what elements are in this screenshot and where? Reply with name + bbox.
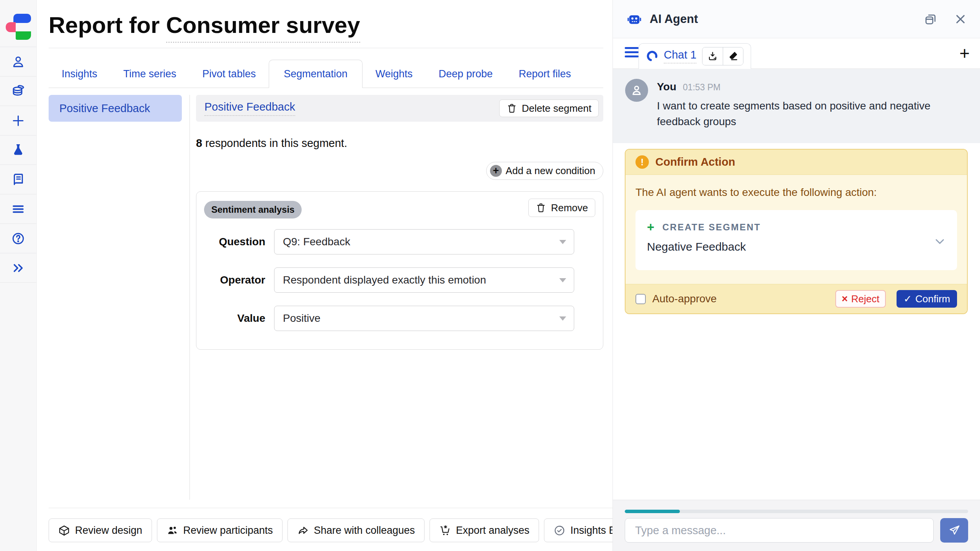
segment-detail-header: Positive Feedback Delete segment: [196, 95, 603, 122]
sidebar-item-menu[interactable]: [0, 194, 36, 224]
create-plus-icon: +: [647, 221, 654, 233]
proposed-action[interactable]: + CREATE SEGMENT Negative Feedback: [635, 210, 957, 270]
agent-progress-bar: [625, 510, 968, 513]
eraser-icon: [728, 51, 738, 61]
check-icon: ✓: [903, 294, 912, 304]
action-type: CREATE SEGMENT: [662, 222, 761, 233]
chat-message-area: You 01:53 PM I want to create segments b…: [613, 69, 980, 500]
tab-deep-probe[interactable]: Deep probe: [426, 60, 506, 88]
review-participants-label: Review participants: [183, 525, 273, 536]
chat-menu-button[interactable]: [625, 47, 639, 57]
download-chat-button[interactable]: [702, 47, 723, 65]
sidebar-item-help[interactable]: [0, 224, 36, 253]
confirm-action-footer: Auto-approve × Reject ✓ Confirm: [626, 284, 967, 313]
export-analyses-button[interactable]: Export analyses: [430, 518, 539, 542]
message-timestamp: 01:53 PM: [683, 82, 720, 93]
close-icon[interactable]: [954, 13, 967, 26]
confirm-action-title: Confirm Action: [655, 156, 735, 168]
respondent-count-line: 8 respondents in this segment.: [196, 137, 603, 150]
ai-panel-header: AI Agent: [613, 0, 980, 38]
share-with-colleagues-label: Share with colleagues: [314, 525, 415, 536]
book-icon: [11, 173, 25, 187]
sidebar-item-experiments[interactable]: [0, 135, 36, 165]
new-chat-button[interactable]: +: [959, 44, 970, 62]
remove-condition-label: Remove: [551, 202, 588, 214]
sidebar-item-new[interactable]: [0, 106, 36, 135]
sidebar-item-data[interactable]: [0, 77, 36, 106]
operator-select[interactable]: Respondent displayed exactly this emotio…: [274, 267, 574, 293]
tab-pivot-tables[interactable]: Pivot tables: [189, 60, 269, 88]
add-condition-label: Add a new condition: [506, 165, 595, 177]
chat-tab-label: Chat 1: [664, 49, 696, 64]
clear-chat-button[interactable]: [723, 47, 743, 65]
sidebar-collapse-toggle[interactable]: [0, 253, 36, 283]
person-icon: [630, 84, 643, 97]
confirm-action-card: ! Confirm Action The AI agent wants to e…: [625, 149, 968, 314]
robot-icon: [626, 11, 643, 27]
confirm-action-header: ! Confirm Action: [626, 150, 967, 175]
insights-explorer-icon: [554, 525, 565, 536]
menu-icon: [625, 47, 639, 49]
question-select[interactable]: Q9: Feedback: [274, 229, 574, 254]
tab-report-files[interactable]: Report files: [506, 60, 584, 88]
help-icon: [11, 231, 25, 246]
person-icon: [11, 55, 25, 69]
export-analyses-label: Export analyses: [456, 525, 529, 536]
tab-time-series[interactable]: Time series: [110, 60, 189, 88]
send-message-button[interactable]: [940, 518, 968, 543]
review-participants-button[interactable]: Review participants: [157, 518, 283, 542]
chevron-down-icon[interactable]: [933, 235, 946, 248]
survey-name[interactable]: Consumer survey: [166, 12, 360, 43]
sidebar-item-library[interactable]: [0, 165, 36, 194]
user-message: You 01:53 PM I want to create segments b…: [613, 69, 980, 143]
remove-condition-button[interactable]: Remove: [528, 199, 595, 217]
auto-approve-label: Auto-approve: [652, 293, 717, 305]
export-cart-icon: [439, 525, 451, 536]
app-logo[interactable]: [6, 11, 31, 37]
condition-type-badge: Sentiment analysis: [204, 201, 302, 218]
people-group-icon: [167, 525, 178, 536]
chat-tab[interactable]: Chat 1: [639, 43, 751, 69]
operator-select-value: Respondent displayed exactly this emotio…: [283, 274, 486, 286]
trash-icon: [506, 103, 517, 114]
tab-segmentation[interactable]: Segmentation: [269, 60, 363, 88]
tab-weights[interactable]: Weights: [363, 60, 426, 88]
plus-circle-icon: +: [490, 165, 502, 177]
logo-blue-shape: [13, 14, 31, 23]
reject-button[interactable]: × Reject: [835, 290, 886, 308]
value-select[interactable]: Positive: [274, 306, 574, 331]
segment-list-item[interactable]: Positive Feedback: [49, 95, 182, 122]
chat-tab-actions: [702, 47, 743, 65]
cube-icon: [58, 525, 70, 536]
question-select-value: Q9: Feedback: [283, 236, 350, 248]
delete-segment-button[interactable]: Delete segment: [499, 99, 599, 117]
question-label: Question: [204, 236, 265, 248]
ai-agent-panel: AI Agent Chat 1 +: [612, 0, 980, 551]
review-design-button[interactable]: Review design: [49, 518, 152, 542]
popout-window-icon[interactable]: [924, 13, 937, 26]
add-condition-button[interactable]: + Add a new condition: [486, 162, 603, 180]
value-select-value: Positive: [283, 312, 320, 324]
chat-message-input[interactable]: [625, 518, 934, 543]
page-title-prefix: Report for: [49, 12, 160, 38]
respondent-count: 8: [196, 137, 202, 149]
share-with-colleagues-button[interactable]: Share with colleagues: [287, 518, 425, 542]
logo-pink-shape: [6, 22, 16, 32]
insights-explorer-button[interactable]: Insights Explorer: [544, 518, 612, 542]
tab-insights[interactable]: Insights: [49, 60, 110, 88]
confirm-button[interactable]: ✓ Confirm: [897, 290, 957, 308]
spinner-icon: [646, 50, 658, 62]
chat-tab-strip: Chat 1 +: [613, 38, 980, 69]
warning-icon: !: [635, 155, 649, 169]
caret-down-icon: [559, 240, 566, 244]
report-main: Report for Consumer survey Insights Time…: [37, 0, 612, 551]
app-sidebar: [0, 0, 37, 551]
share-icon: [297, 525, 309, 536]
segment-name[interactable]: Positive Feedback: [204, 101, 295, 116]
caret-down-icon: [559, 316, 566, 321]
trash-icon: [536, 202, 546, 213]
auto-approve-checkbox[interactable]: [635, 294, 646, 304]
sidebar-item-profile[interactable]: [0, 47, 36, 77]
reject-label: Reject: [851, 293, 879, 305]
vertical-divider: [189, 95, 190, 500]
